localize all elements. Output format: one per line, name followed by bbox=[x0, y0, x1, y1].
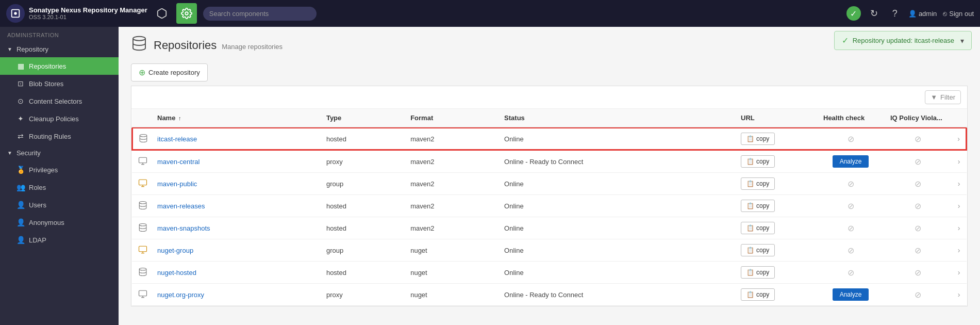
search-input[interactable] bbox=[203, 7, 317, 21]
refresh-icon[interactable]: ↻ bbox=[867, 6, 882, 21]
copy-url-button[interactable]: 📋 copy bbox=[741, 155, 775, 168]
sidebar-item-privileges-label: Privileges bbox=[29, 166, 58, 174]
roles-icon: 👥 bbox=[16, 183, 25, 191]
copy-url-button[interactable]: 📋 copy bbox=[741, 133, 775, 145]
sidebar-item-content-selectors[interactable]: ⊙ Content Selectors bbox=[0, 92, 119, 110]
admin-label: admin bbox=[919, 10, 937, 18]
table-row[interactable]: maven-central proxy maven2 Online - Read… bbox=[132, 150, 967, 173]
col-format[interactable]: Format bbox=[404, 109, 498, 127]
row-status-cell: Online - Ready to Connect bbox=[498, 150, 735, 173]
row-type-cell: group bbox=[320, 173, 404, 195]
copy-url-button[interactable]: 📋 copy bbox=[741, 244, 775, 256]
search-bar[interactable] bbox=[203, 7, 317, 21]
notification-close-button[interactable]: ▾ bbox=[960, 37, 964, 45]
table-row[interactable]: nuget.org-proxy proxy nuget Online - Rea… bbox=[132, 284, 967, 306]
copy-url-button[interactable]: 📋 copy bbox=[741, 266, 775, 279]
sidebar-item-roles-label: Roles bbox=[29, 184, 46, 191]
sidebar-section-security-label: Security bbox=[16, 149, 41, 157]
row-expand-cell[interactable]: › bbox=[951, 127, 967, 150]
chevron-right-icon: › bbox=[957, 135, 960, 143]
row-expand-cell[interactable]: › bbox=[951, 195, 967, 217]
row-expand-cell[interactable]: › bbox=[951, 150, 967, 173]
row-format-cell: maven2 bbox=[404, 195, 498, 217]
repo-name: maven-releases bbox=[157, 202, 205, 210]
health-disabled-icon: ⊘ bbox=[848, 268, 854, 277]
row-url-cell: 📋 copy bbox=[735, 217, 817, 239]
row-type-cell: proxy bbox=[320, 284, 404, 306]
iq-disabled-icon: ⊘ bbox=[915, 224, 921, 233]
col-iq[interactable]: IQ Policy Viola... bbox=[884, 109, 951, 127]
iq-disabled-icon: ⊘ bbox=[915, 202, 921, 210]
copy-url-button[interactable]: 📋 copy bbox=[741, 222, 775, 234]
col-status[interactable]: Status bbox=[498, 109, 735, 127]
sort-arrow: ↑ bbox=[178, 115, 181, 121]
user-menu[interactable]: 👤 admin bbox=[908, 10, 937, 18]
sidebar-item-cleanup-policies[interactable]: ✦ Cleanup Policies bbox=[0, 110, 119, 127]
sidebar-item-blob-stores[interactable]: ⊡ Blob Stores bbox=[0, 75, 119, 92]
analyze-button[interactable]: Analyze bbox=[833, 288, 869, 301]
repositories-icon: ▦ bbox=[16, 62, 25, 70]
row-name-cell: nuget-group bbox=[151, 239, 320, 262]
table-body: itcast-release hosted maven2 Online 📋 co… bbox=[132, 127, 967, 306]
table-row[interactable]: nuget-hosted hosted nuget Online 📋 copy … bbox=[132, 262, 967, 284]
row-iq-cell: ⊘ bbox=[884, 195, 951, 217]
row-icon-cell bbox=[132, 239, 151, 262]
packages-nav-button[interactable] bbox=[152, 3, 172, 24]
sidebar-section-repository[interactable]: ▼ Repository bbox=[0, 41, 119, 57]
table-row[interactable]: nuget-group group nuget Online 📋 copy ⊘ … bbox=[132, 239, 967, 262]
copy-icon: 📋 bbox=[746, 180, 754, 187]
row-expand-cell[interactable]: › bbox=[951, 173, 967, 195]
table-row[interactable]: maven-snapshots hosted maven2 Online 📋 c… bbox=[132, 217, 967, 239]
sidebar-item-roles[interactable]: 👥 Roles bbox=[0, 178, 119, 196]
signout-button[interactable]: ⎋ Sign out bbox=[943, 10, 974, 18]
row-name-cell: maven-public bbox=[151, 173, 320, 195]
col-url[interactable]: URL bbox=[735, 109, 817, 127]
filter-icon: ▼ bbox=[931, 93, 937, 101]
sidebar-item-routing-rules-label: Routing Rules bbox=[29, 133, 71, 140]
sidebar-item-cleanup-policies-label: Cleanup Policies bbox=[29, 115, 79, 123]
copy-url-button[interactable]: 📋 copy bbox=[741, 177, 775, 190]
sidebar-item-routing-rules[interactable]: ⇄ Routing Rules bbox=[0, 127, 119, 145]
svg-point-1 bbox=[14, 12, 17, 15]
row-icon-cell bbox=[132, 173, 151, 195]
settings-nav-button[interactable] bbox=[176, 3, 197, 24]
table-row[interactable]: itcast-release hosted maven2 Online 📋 co… bbox=[132, 127, 967, 150]
svg-point-3 bbox=[133, 37, 145, 41]
notification-message: Repository updated: itcast-release bbox=[853, 37, 954, 44]
sidebar-item-repositories[interactable]: ▦ Repositories bbox=[0, 57, 119, 75]
sidebar-item-privileges[interactable]: 🏅 Privileges bbox=[0, 161, 119, 178]
col-name[interactable]: Name ↑ bbox=[151, 109, 320, 127]
create-repository-button[interactable]: ⊕ Create repository bbox=[131, 63, 208, 82]
copy-url-button[interactable]: 📋 copy bbox=[741, 288, 775, 301]
col-type[interactable]: Type bbox=[320, 109, 404, 127]
row-format-cell: maven2 bbox=[404, 150, 498, 173]
sidebar-item-anonymous[interactable]: 👤 Anonymous bbox=[0, 214, 119, 231]
table-row[interactable]: maven-public group maven2 Online 📋 copy … bbox=[132, 173, 967, 195]
row-expand-cell[interactable]: › bbox=[951, 239, 967, 262]
analyze-button[interactable]: Analyze bbox=[833, 155, 869, 168]
page-title: Repositories bbox=[154, 39, 217, 52]
svg-rect-13 bbox=[139, 246, 147, 252]
copy-icon: 📋 bbox=[746, 202, 754, 209]
filter-input[interactable]: ▼ Filter bbox=[925, 90, 961, 104]
svg-rect-17 bbox=[139, 290, 147, 296]
sidebar-item-ldap-label: LDAP bbox=[29, 236, 46, 244]
sidebar-item-ldap[interactable]: 👤 LDAP bbox=[0, 231, 119, 249]
col-health[interactable]: Health check bbox=[817, 109, 884, 127]
row-status-cell: Online bbox=[498, 195, 735, 217]
triangle-icon: ▼ bbox=[7, 46, 12, 52]
row-expand-cell[interactable]: › bbox=[951, 262, 967, 284]
copy-label: copy bbox=[756, 224, 769, 232]
health-disabled-icon: ⊘ bbox=[848, 246, 854, 255]
copy-url-button[interactable]: 📋 copy bbox=[741, 200, 775, 212]
copy-icon: 📋 bbox=[746, 224, 754, 232]
row-expand-cell[interactable]: › bbox=[951, 284, 967, 306]
table-row[interactable]: maven-releases hosted maven2 Online 📋 co… bbox=[132, 195, 967, 217]
row-expand-cell[interactable]: › bbox=[951, 217, 967, 239]
help-icon[interactable]: ? bbox=[888, 6, 902, 21]
sidebar-item-users[interactable]: 👤 Users bbox=[0, 196, 119, 214]
row-url-cell: 📋 copy bbox=[735, 150, 817, 173]
sidebar-section-security[interactable]: ▼ Security bbox=[0, 145, 119, 161]
row-iq-cell: ⊘ bbox=[884, 217, 951, 239]
app-title: Sonatype Nexus Repository Manager bbox=[29, 6, 147, 14]
